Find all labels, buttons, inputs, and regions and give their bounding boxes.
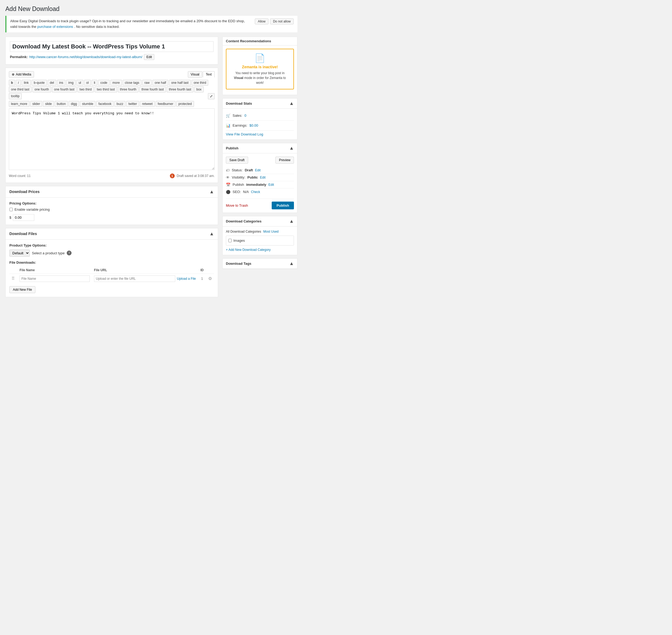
do-not-allow-button[interactable]: Do not allow bbox=[270, 19, 294, 24]
title-box: Permalink: http://www.cancer-forums.net/… bbox=[5, 37, 218, 65]
category-checkbox-images[interactable] bbox=[228, 239, 232, 242]
download-categories-header[interactable]: Download Categories ▲ bbox=[223, 216, 297, 226]
tb-learn-more[interactable]: learn_more bbox=[9, 101, 29, 107]
post-content-editor[interactable]: WordPress Tips Volume 1 will teach you e… bbox=[9, 108, 215, 170]
help-icon[interactable]: ? bbox=[67, 250, 71, 256]
download-categories-box: Download Categories ▲ All Download Categ… bbox=[223, 216, 297, 255]
download-files-header[interactable]: Download Files ▲ bbox=[6, 228, 218, 240]
add-media-button[interactable]: ⊕ Add Media bbox=[9, 71, 34, 78]
tab-text[interactable]: Text bbox=[203, 71, 215, 78]
publish-button[interactable]: Publish bbox=[272, 202, 294, 209]
tb-link[interactable]: link bbox=[22, 80, 31, 86]
tb-three-fourth-last[interactable]: three fourth last bbox=[139, 86, 166, 92]
move-to-trash-button[interactable]: Move to Trash bbox=[226, 203, 248, 207]
tb-two-third-last[interactable]: two third last bbox=[94, 86, 117, 92]
drag-handle[interactable]: ⠿ bbox=[9, 273, 17, 284]
toolbar-expand-button[interactable]: ⤢ bbox=[208, 93, 215, 99]
tb-three-fourth-last2[interactable]: three fourth last bbox=[167, 86, 193, 92]
tab-visual[interactable]: Visual bbox=[188, 71, 202, 78]
upload-file-link[interactable]: Upload a File bbox=[177, 277, 196, 281]
file-name-input[interactable] bbox=[20, 276, 90, 282]
tb-bquote[interactable]: b-quote bbox=[31, 80, 47, 86]
tb-retweet[interactable]: retweet bbox=[140, 101, 154, 107]
price-input[interactable] bbox=[13, 214, 34, 221]
add-new-category-link[interactable]: + Add New Download Category bbox=[226, 248, 271, 251]
download-prices-toggle[interactable]: ▲ bbox=[209, 189, 214, 195]
edit-permalink-button[interactable]: Edit bbox=[144, 54, 154, 60]
download-prices-header[interactable]: Download Prices ▲ bbox=[6, 186, 218, 198]
content-recommendations-header[interactable]: Content Recommendations bbox=[223, 37, 297, 45]
tb-slider[interactable]: slider bbox=[30, 101, 42, 107]
status-edit-link[interactable]: Edit bbox=[255, 168, 261, 172]
download-categories-toggle[interactable]: ▲ bbox=[289, 218, 294, 224]
notice-link[interactable]: purchase of extensions bbox=[37, 25, 73, 29]
tb-facebook[interactable]: facebook bbox=[96, 101, 113, 107]
tb-raw[interactable]: raw bbox=[142, 80, 152, 86]
download-stats-header[interactable]: Download Stats ▲ bbox=[223, 98, 297, 109]
tb-italic[interactable]: i bbox=[16, 80, 21, 86]
download-files-toggle[interactable]: ▲ bbox=[209, 231, 214, 237]
save-draft-button[interactable]: Save Draft bbox=[226, 157, 248, 163]
tb-two-third[interactable]: two third bbox=[78, 86, 94, 92]
tb-bold[interactable]: b bbox=[9, 80, 15, 86]
tb-one-third[interactable]: one third bbox=[192, 80, 208, 86]
tb-digg[interactable]: digg bbox=[69, 101, 79, 107]
add-new-file-button[interactable]: Add New File bbox=[9, 286, 35, 293]
variable-pricing-checkbox[interactable] bbox=[9, 208, 13, 211]
product-type-select[interactable]: Default bbox=[9, 249, 30, 257]
tb-more[interactable]: more bbox=[110, 80, 122, 86]
tb-button[interactable]: button bbox=[55, 101, 68, 107]
variable-pricing-row: Enable variable pricing bbox=[9, 207, 214, 212]
file-remove-button[interactable]: ⚙ bbox=[208, 276, 212, 281]
earnings-value[interactable]: $0.00 bbox=[249, 124, 258, 127]
visibility-edit-link[interactable]: Edit bbox=[260, 176, 266, 179]
tb-code[interactable]: code bbox=[98, 80, 109, 86]
sales-value[interactable]: 0 bbox=[244, 113, 246, 117]
cart-icon: 🛒 bbox=[226, 113, 230, 118]
th-id: ID bbox=[198, 267, 206, 274]
tb-li[interactable]: li bbox=[92, 80, 97, 86]
tb-ul[interactable]: ul bbox=[76, 80, 83, 86]
publish-header[interactable]: Publish ▲ bbox=[223, 143, 297, 153]
publish-time-row: 📅 Publish immediately Edit bbox=[226, 181, 294, 189]
tb-protected[interactable]: protected bbox=[176, 101, 194, 107]
file-url-input[interactable] bbox=[94, 276, 175, 282]
tb-one-fourth-last[interactable]: one fourth last bbox=[52, 86, 77, 92]
tb-one-half-last[interactable]: one half last bbox=[169, 80, 191, 86]
tb-ins[interactable]: ins bbox=[57, 80, 65, 86]
tb-ol[interactable]: ol bbox=[84, 80, 91, 86]
tb-tooltip[interactable]: tooltip bbox=[9, 93, 22, 99]
download-tags-toggle[interactable]: ▲ bbox=[289, 261, 294, 266]
tb-one-fourth[interactable]: one fourth bbox=[33, 86, 51, 92]
tb-del[interactable]: del bbox=[48, 80, 56, 86]
tb-one-half[interactable]: one half bbox=[152, 80, 168, 86]
post-title-input[interactable] bbox=[10, 41, 213, 52]
tab-all-categories[interactable]: All Download Categories bbox=[226, 230, 261, 234]
tb-slide[interactable]: slide bbox=[43, 101, 54, 107]
earnings-icon: 📊 bbox=[226, 124, 230, 128]
permalink-url[interactable]: http://www.cancer-forums.net/blog/downlo… bbox=[29, 55, 142, 59]
tb-one-third-last[interactable]: one third last bbox=[9, 86, 31, 92]
tb-feedburner[interactable]: feedburner bbox=[156, 101, 175, 107]
preview-button[interactable]: Preview bbox=[275, 157, 294, 163]
table-row: ⠿ Upload a File 1 bbox=[9, 273, 214, 284]
download-files-title: Download Files bbox=[9, 232, 37, 236]
tb-img[interactable]: img bbox=[66, 80, 76, 86]
tab-most-used[interactable]: Most Used bbox=[263, 230, 278, 234]
tb-close-tags[interactable]: close tags bbox=[123, 80, 142, 86]
download-stats-toggle[interactable]: ▲ bbox=[289, 101, 294, 106]
tb-stumble[interactable]: stumble bbox=[80, 101, 96, 107]
tb-box[interactable]: box bbox=[194, 86, 204, 92]
download-tags-header[interactable]: Download Tags ▲ bbox=[223, 259, 297, 269]
tb-twitter[interactable]: twitter bbox=[126, 101, 139, 107]
publish-edit-link[interactable]: Edit bbox=[269, 183, 274, 187]
tb-three-fourth[interactable]: three fourth bbox=[118, 86, 139, 92]
draft-badge: 1 bbox=[170, 173, 175, 178]
files-table: File Name File URL ID ⠿ bbox=[9, 267, 214, 284]
publish-toggle[interactable]: ▲ bbox=[289, 145, 294, 151]
allow-button[interactable]: Allow bbox=[255, 19, 269, 24]
publish-title: Publish bbox=[226, 146, 238, 150]
tb-buzz[interactable]: buzz bbox=[114, 101, 125, 107]
seo-check-link[interactable]: Check bbox=[251, 190, 260, 194]
view-log-link[interactable]: View File Download Log bbox=[226, 132, 294, 136]
